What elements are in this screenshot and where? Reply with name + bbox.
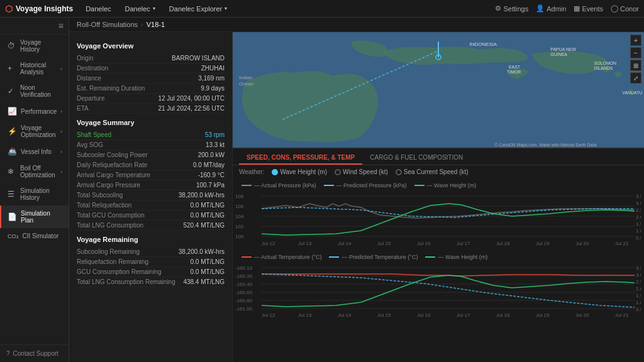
left-panel: Voyage Overview Origin BARROW ISLAND Des… bbox=[69, 32, 233, 362]
nav-tab-explorer[interactable]: Danelec Explorer ▾ bbox=[163, 3, 233, 15]
chevron-right-icon: › bbox=[60, 149, 62, 155]
svg-text:1.0: 1.0 bbox=[636, 300, 641, 305]
data-value: 38,200.0 kW-hrs bbox=[179, 248, 225, 255]
data-row: Origin BARROW ISLAND bbox=[77, 53, 225, 63]
svg-text:Jul 15: Jul 15 bbox=[377, 312, 391, 318]
sidebar-item-simulation-plan[interactable]: 📄 Simulation Plan bbox=[0, 206, 69, 228]
chevron-right-icon: › bbox=[60, 169, 62, 175]
temperature-chart-wrapper: — Actual Temperature (°C) — Predicted Te… bbox=[233, 250, 644, 322]
chart-tabs: SPEED, CONS, PRESSURE, & TEMP CARGO & FU… bbox=[233, 148, 644, 165]
svg-text:3.0: 3.0 bbox=[636, 272, 641, 278]
legend-label: — Wave Height (m) bbox=[427, 182, 477, 189]
user-label: Conor bbox=[620, 5, 639, 13]
svg-text:Jul 20: Jul 20 bbox=[575, 312, 589, 318]
sidebar: ≡ ⏱ Voyage History + Historical Analysis… bbox=[0, 18, 69, 362]
trend-icon: 📈 bbox=[8, 107, 17, 116]
svg-text:Jul 13: Jul 13 bbox=[298, 241, 312, 246]
chart-icon: + bbox=[8, 64, 16, 73]
data-label: Est. Remaining Duration bbox=[77, 85, 145, 92]
sidebar-collapse-btn[interactable]: ≡ bbox=[0, 18, 69, 35]
data-label: Reliquefaction Remaining bbox=[77, 258, 148, 265]
settings-nav-item[interactable]: ⚙ Settings bbox=[495, 4, 528, 13]
voyage-summary-title: Voyage Summary bbox=[77, 119, 225, 126]
breadcrumb-rolloff[interactable]: Roll-Off Simulations bbox=[77, 21, 138, 28]
user-nav-item[interactable]: ◯ Conor bbox=[611, 4, 639, 13]
legend-label: — Actual Pressure (kPa) bbox=[254, 182, 316, 189]
events-nav-item[interactable]: ▦ Events bbox=[574, 4, 603, 13]
chevron-down-icon: ▾ bbox=[153, 6, 155, 11]
data-value: 0.0 MT/LNG bbox=[191, 212, 225, 219]
data-label: ETA bbox=[77, 105, 89, 112]
svg-text:Jul 18: Jul 18 bbox=[496, 312, 510, 318]
map-fullscreen-icon[interactable]: ⤢ bbox=[630, 72, 641, 84]
sidebar-item-boil-off[interactable]: ❄ Boil Off Optimization › bbox=[0, 160, 69, 183]
sidebar-item-simulation-history[interactable]: ☰ Simulation History bbox=[0, 183, 69, 206]
data-row: Reliquefaction Remaining 0.0 MT/LNG bbox=[77, 257, 225, 267]
nav-right: ⚙ Settings 👤 Admin ▦ Events ◯ Conor bbox=[495, 4, 639, 13]
svg-text:TIMOR: TIMOR bbox=[507, 70, 521, 74]
contact-support[interactable]: ? Contact Support bbox=[0, 344, 69, 362]
data-row: Total LNG Consumption 520.4 MT/LNG bbox=[77, 221, 225, 231]
map-svg: INDONESIA PAPUA NEW GUINEA EAST TIMOR SO… bbox=[233, 32, 644, 148]
svg-text:-160.10: -160.10 bbox=[235, 265, 253, 271]
data-value: 38,200.0 kW-hrs bbox=[179, 192, 225, 199]
legend-label: — Actual Temperature (°C) bbox=[254, 254, 321, 260]
tab-label: CARGO & FUEL COMPOSITION bbox=[370, 154, 463, 161]
right-panel: INDONESIA PAPUA NEW GUINEA EAST TIMOR SO… bbox=[233, 32, 644, 362]
data-label: Subcooling Remaining bbox=[77, 248, 140, 255]
svg-text:Jul 14: Jul 14 bbox=[338, 241, 352, 246]
svg-text:PAPUA NEW: PAPUA NEW bbox=[550, 47, 576, 52]
svg-text:3.5: 3.5 bbox=[636, 265, 641, 271]
snowflake-icon: ❄ bbox=[8, 167, 16, 176]
sidebar-item-historical-analysis[interactable]: + Historical Analysis › bbox=[0, 57, 69, 80]
sidebar-item-voyage-history[interactable]: ⏱ Voyage History bbox=[0, 35, 69, 57]
map-zoom-in[interactable]: + bbox=[630, 35, 641, 46]
data-value: 200.0 kW bbox=[198, 151, 225, 158]
voyage-overview-title: Voyage Overview bbox=[77, 42, 225, 50]
tab-cargo-fuel[interactable]: CARGO & FUEL COMPOSITION bbox=[362, 151, 470, 165]
nav-tab-danelec1[interactable]: Danelec bbox=[79, 3, 117, 15]
sidebar-item-voyage-optimization[interactable]: ⚡ Voyage Optimization › bbox=[0, 120, 69, 143]
data-value: 100.7 kPa bbox=[196, 182, 225, 189]
svg-text:106: 106 bbox=[235, 204, 244, 209]
data-row: Subcooler Cooling Power 200.0 kW bbox=[77, 150, 225, 160]
svg-text:-160.80: -160.80 bbox=[235, 298, 253, 304]
sidebar-item-noon-verification[interactable]: ✓ Noon Verification bbox=[0, 80, 69, 102]
admin-nav-item[interactable]: 👤 Admin bbox=[536, 4, 566, 13]
tab-speed-cons[interactable]: SPEED, CONS, PRESSURE, & TEMP bbox=[239, 151, 362, 165]
data-value: ZHUHAI bbox=[201, 65, 225, 72]
data-label: Total GCU Consumption bbox=[77, 212, 145, 219]
sidebar-item-performance[interactable]: 📈 Performance › bbox=[0, 102, 69, 120]
data-row: Total LNG Consumption Remaining 438.4 MT… bbox=[77, 277, 225, 287]
sidebar-item-vessel-info[interactable]: 🚢 Vessel Info › bbox=[0, 143, 69, 160]
map-zoom-out[interactable]: − bbox=[630, 47, 641, 58]
map-layer-icon[interactable]: ⊞ bbox=[630, 60, 641, 71]
radio-dot bbox=[396, 169, 402, 175]
data-row: Departure 12 Jul 2024, 00:00 UTC bbox=[77, 94, 225, 104]
svg-text:104: 104 bbox=[235, 214, 244, 219]
sea-current-radio[interactable]: Sea Current Speed (kt) bbox=[396, 168, 469, 175]
svg-text:2.5: 2.5 bbox=[636, 279, 641, 285]
svg-text:2.0: 2.0 bbox=[636, 286, 641, 292]
svg-text:Jul 14: Jul 14 bbox=[338, 312, 352, 318]
map-container: INDONESIA PAPUA NEW GUINEA EAST TIMOR SO… bbox=[233, 32, 644, 148]
legend-line bbox=[329, 256, 339, 258]
app-logo: ⬡ Voyage Insights bbox=[5, 4, 73, 14]
chart2-legend: — Actual Temperature (°C) — Predicted Te… bbox=[235, 253, 638, 261]
svg-text:-160.60: -160.60 bbox=[235, 290, 253, 295]
legend-line bbox=[425, 256, 435, 258]
legend-predicted-temp: — Predicted Temperature (°C) bbox=[329, 254, 418, 260]
calendar-icon: ▦ bbox=[574, 4, 580, 13]
data-label: Origin bbox=[77, 55, 94, 62]
data-value: BARROW ISLAND bbox=[172, 55, 225, 62]
wind-speed-radio[interactable]: Wind Speed (kt) bbox=[335, 168, 388, 175]
data-label: Arrival Cargo Temperature bbox=[77, 172, 150, 178]
sidebar-item-label: Voyage History bbox=[20, 39, 62, 53]
circle-icon: ◯ bbox=[611, 4, 618, 13]
settings-label: Settings bbox=[503, 5, 528, 13]
wave-height-radio[interactable]: Wave Height (m) bbox=[272, 168, 327, 175]
nav-tab-danelec2[interactable]: Danelec ▾ bbox=[119, 3, 162, 15]
sidebar-item-cii-simulator[interactable]: CO₂ CII Simulator bbox=[0, 228, 69, 244]
data-label: Departure bbox=[77, 95, 104, 102]
svg-text:GUINEA: GUINEA bbox=[550, 52, 567, 57]
